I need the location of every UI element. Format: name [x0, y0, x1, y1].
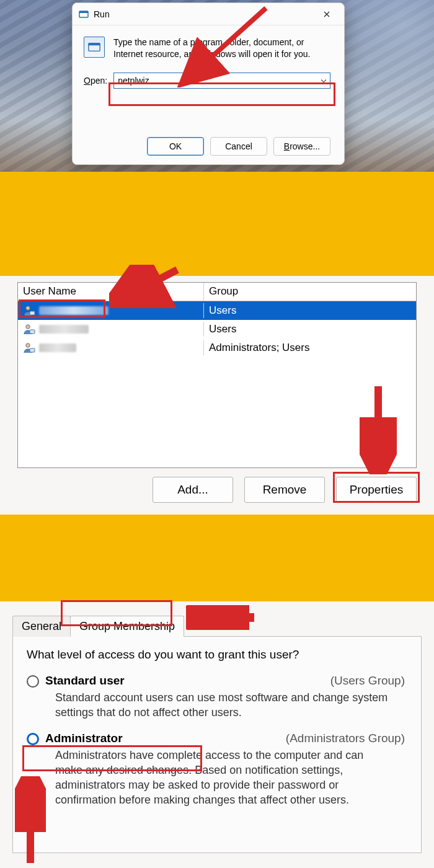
user-table-header: User Name Group	[18, 283, 416, 301]
option-group: (Users Group)	[330, 674, 405, 688]
tab-group-membership[interactable]: Group Membership	[70, 616, 184, 637]
user-name-hidden	[39, 306, 108, 315]
table-row[interactable]: Administrators; Users	[18, 339, 416, 357]
svg-rect-7	[30, 330, 35, 334]
user-group: Users	[204, 322, 416, 337]
run-dialog: Run Type the name of a program, folder, …	[72, 2, 345, 165]
table-row[interactable]: Users	[18, 320, 416, 339]
remove-button[interactable]: Remove	[244, 477, 325, 503]
run-title-icon	[79, 9, 89, 19]
browse-button[interactable]: Browse...	[273, 137, 330, 156]
user-icon	[23, 342, 35, 354]
run-dialog-screenshot: Run Type the name of a program, folder, …	[0, 0, 434, 172]
user-icon	[23, 323, 35, 335]
run-title: Run	[94, 9, 110, 19]
option-label: Administrator	[45, 732, 123, 745]
radio-icon	[27, 733, 39, 745]
option-label: Standard user	[45, 674, 125, 688]
close-icon	[324, 11, 330, 17]
run-input[interactable]	[113, 73, 330, 89]
svg-rect-1	[79, 11, 88, 13]
ok-button[interactable]: OK	[147, 137, 204, 156]
cancel-button[interactable]: Cancel	[210, 137, 267, 156]
access-question: What level of access do you want to gran…	[27, 648, 407, 662]
option-group: (Administrators Group)	[286, 732, 405, 745]
radio-icon	[27, 675, 39, 688]
option-description: Administrators have complete access to t…	[55, 748, 390, 808]
option-administrator[interactable]: Administrator (Administrators Group)	[27, 732, 407, 745]
user-table: User Name Group UsersUsersAdministrators…	[17, 282, 417, 468]
add-button[interactable]: Add...	[153, 477, 233, 503]
svg-point-8	[26, 343, 30, 347]
tabs: General Group Membership	[12, 611, 422, 636]
group-membership-panel: General Group Membership What level of a…	[0, 601, 434, 868]
col-group[interactable]: Group	[204, 283, 416, 301]
run-titlebar: Run	[73, 3, 344, 25]
option-description: Standard account users can use most soft…	[55, 690, 390, 720]
option-standard-user[interactable]: Standard user (Users Group)	[27, 674, 407, 688]
tab-general[interactable]: General	[12, 616, 71, 637]
run-description: Type the name of a program, folder, docu…	[113, 37, 330, 60]
close-button[interactable]	[313, 5, 340, 24]
svg-rect-9	[30, 348, 35, 352]
divider-band	[0, 172, 434, 276]
svg-point-6	[26, 325, 30, 329]
user-accounts-panel: User Name Group UsersUsersAdministrators…	[0, 276, 434, 515]
svg-rect-3	[89, 43, 100, 46]
tab-panel: What level of access do you want to gran…	[12, 636, 422, 853]
svg-rect-5	[30, 311, 35, 315]
table-row[interactable]: Users	[18, 301, 416, 320]
user-name-hidden	[39, 325, 89, 334]
properties-button[interactable]: Properties	[336, 477, 417, 503]
user-group: Users	[204, 303, 416, 318]
col-username[interactable]: User Name	[18, 283, 204, 301]
svg-point-4	[26, 306, 30, 310]
user-group: Administrators; Users	[204, 340, 416, 355]
open-label: Open:	[84, 76, 107, 86]
user-name-hidden	[39, 343, 76, 352]
divider-band	[0, 515, 434, 601]
user-icon	[23, 304, 35, 317]
run-app-icon	[84, 37, 105, 58]
